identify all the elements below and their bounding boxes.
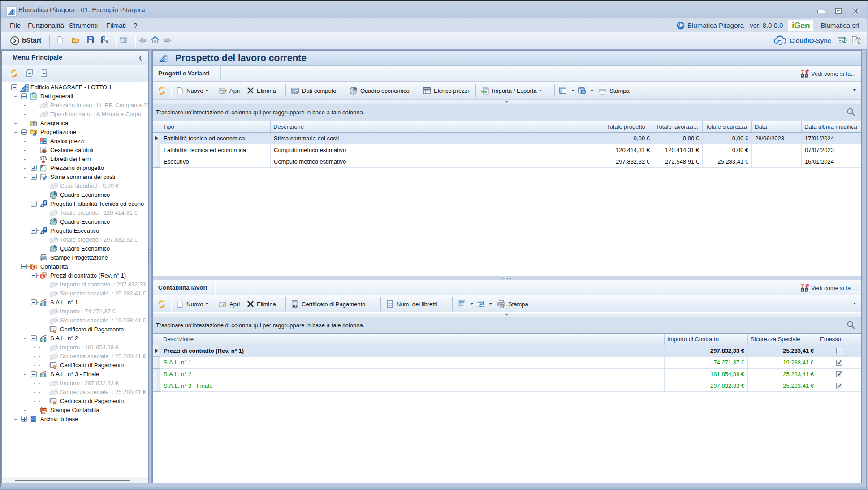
svg-text:€: € <box>32 265 35 270</box>
svg-text:€: € <box>41 273 44 279</box>
